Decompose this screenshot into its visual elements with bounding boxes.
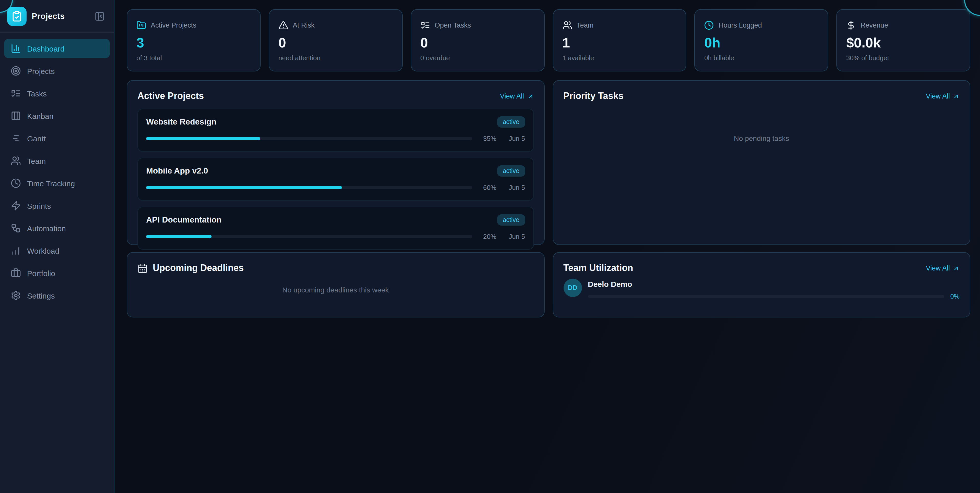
arrow-up-right-icon [952, 265, 959, 272]
sidebar-item-label: Automation [27, 224, 66, 233]
sidebar-nav: Dashboard Projects Tasks Kanban [0, 33, 114, 314]
stat-value: 3 [137, 35, 251, 51]
gear-icon [11, 290, 21, 301]
stat-label: Hours Logged [719, 21, 762, 29]
utilization-percent: 0% [950, 293, 959, 300]
sidebar-header: Projects [0, 0, 114, 33]
project-row[interactable]: API Documentation active 20% Jun 5 [137, 207, 534, 250]
gantt-icon [11, 133, 21, 143]
users-icon [11, 156, 21, 166]
chart-column-icon [11, 43, 21, 54]
sidebar-nav-item[interactable]: Sprints [4, 196, 110, 216]
list-todo-icon [11, 88, 21, 98]
progress-fill [146, 137, 260, 140]
priority-tasks-empty-state: No pending tasks [553, 134, 970, 143]
stat-subtext: need attention [278, 54, 393, 62]
sidebar-item-label: Tasks [27, 89, 47, 98]
stat-label: Revenue [861, 21, 888, 29]
member-name: Deelo Demo [588, 280, 959, 289]
project-row[interactable]: Mobile App v2.0 active 60% Jun 5 [137, 158, 534, 201]
bottom-panels: Upcoming Deadlines No upcoming deadlines… [127, 252, 970, 317]
project-name: API Documentation [146, 216, 221, 225]
top-panels: Active Projects View All Website Redesig… [127, 80, 970, 245]
stat-subtext: 0h billable [704, 54, 819, 62]
clock-icon [704, 21, 714, 30]
active-projects-panel: Active Projects View All Website Redesig… [127, 80, 544, 245]
due-date: Jun 5 [504, 135, 525, 143]
dollar-icon [846, 21, 856, 30]
status-badge: active [497, 165, 525, 177]
clipboard-check-icon [11, 11, 22, 22]
utilization-track [588, 295, 944, 298]
calendar-icon [137, 263, 148, 273]
list-todo-icon [420, 21, 430, 30]
sidebar-nav-item[interactable]: Projects [4, 61, 110, 81]
due-date: Jun 5 [504, 184, 525, 191]
sidebar-item-label: Dashboard [27, 44, 65, 53]
users-icon [562, 21, 572, 30]
panel-title: Team Utilization [563, 263, 633, 274]
sidebar-item-label: Projects [27, 67, 55, 75]
stat-value: 1 [562, 35, 677, 51]
progress-track [146, 186, 472, 189]
priority-tasks-panel: Priority Tasks View All No pending tasks [553, 80, 970, 245]
sidebar-nav-item[interactable]: Workload [4, 241, 110, 260]
briefcase-icon [11, 268, 21, 278]
stat-subtext: 1 available [562, 54, 677, 62]
sidebar-nav-item[interactable]: Settings [4, 286, 110, 305]
sidebar-item-label: Sprints [27, 201, 51, 210]
app-title: Projects [32, 11, 88, 21]
zap-icon [11, 201, 21, 211]
team-utilization-view-all-link[interactable]: View All [926, 264, 959, 272]
kanban-columns-icon [11, 111, 21, 121]
stat-value: 0h [704, 35, 819, 51]
project-name: Website Redesign [146, 117, 216, 127]
sidebar-item-label: Kanban [27, 111, 53, 120]
team-member-row: DD Deelo Demo 0% [563, 279, 959, 300]
folder-kanban-icon [137, 21, 146, 30]
sidebar-item-label: Gantt [27, 134, 46, 143]
sidebar-nav-item[interactable]: Kanban [4, 106, 110, 125]
clock-icon [11, 178, 21, 188]
stat-label: Open Tasks [434, 21, 471, 29]
app-logo [7, 6, 27, 26]
stat-card: Active Projects 3 of 3 total [127, 9, 261, 71]
status-badge: active [497, 116, 525, 128]
stat-card: Revenue $0.0k 30% of budget [837, 9, 970, 71]
progress-percent: 60% [480, 184, 496, 191]
arrow-up-right-icon [527, 93, 534, 100]
upcoming-deadlines-panel: Upcoming Deadlines No upcoming deadlines… [127, 252, 544, 317]
progress-fill [146, 235, 211, 238]
panel-title: Active Projects [137, 91, 204, 101]
active-projects-view-all-link[interactable]: View All [500, 92, 534, 100]
priority-tasks-view-all-link[interactable]: View All [926, 92, 959, 100]
project-row[interactable]: Website Redesign active 35% Jun 5 [137, 109, 534, 152]
due-date: Jun 5 [504, 233, 525, 240]
stat-value: 0 [278, 35, 393, 51]
stat-subtext: 0 overdue [420, 54, 535, 62]
panel-title: Upcoming Deadlines [153, 263, 244, 274]
sidebar: Projects Dashboard Projects [0, 0, 115, 493]
sidebar-nav-item[interactable]: Tasks [4, 84, 110, 103]
sidebar-nav-item[interactable]: Team [4, 151, 110, 170]
stat-subtext: 30% of budget [846, 54, 961, 62]
sidebar-nav-item[interactable]: Time Tracking [4, 174, 110, 193]
progress-percent: 20% [480, 233, 496, 240]
stat-value: $0.0k [846, 35, 961, 51]
sidebar-item-label: Team [27, 157, 46, 165]
sidebar-nav-item[interactable]: Automation [4, 219, 110, 238]
stat-card: At Risk 0 need attention [269, 9, 402, 71]
progress-track [146, 235, 472, 238]
stat-label: At Risk [293, 21, 315, 29]
stat-card: Hours Logged 0h 0h billable [695, 9, 829, 71]
progress-fill [146, 186, 342, 189]
triangle-alert-icon [278, 21, 288, 30]
project-name: Mobile App v2.0 [146, 166, 208, 176]
sidebar-item-label: Time Tracking [27, 179, 75, 187]
sidebar-nav-item[interactable]: Gantt [4, 128, 110, 148]
progress-track [146, 137, 472, 140]
sidebar-nav-item[interactable]: Portfolio [4, 263, 110, 283]
sidebar-collapse-button[interactable] [92, 9, 107, 23]
projects-list: Website Redesign active 35% Jun 5 [127, 101, 544, 260]
sidebar-nav-item[interactable]: Dashboard [4, 39, 110, 58]
